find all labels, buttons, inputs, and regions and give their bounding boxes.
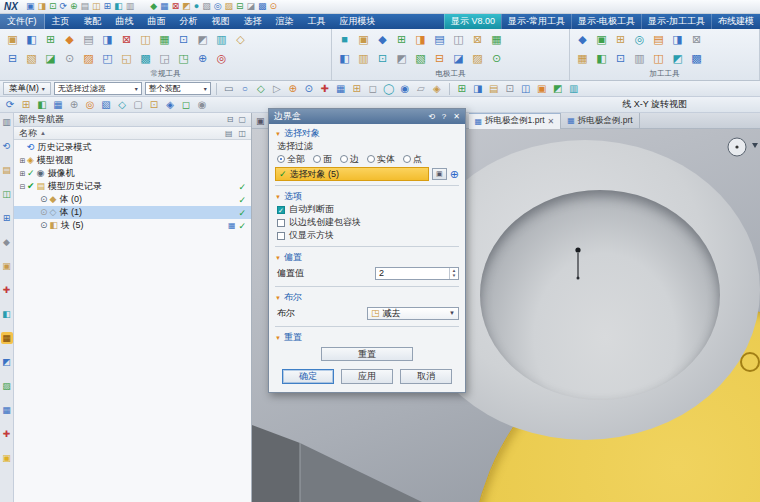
resource-bar-icon[interactable]: ◧ — [1, 308, 13, 320]
toolbar-icon[interactable]: ▦ — [51, 100, 65, 110]
ribbon-icon[interactable]: ▨ — [469, 50, 486, 67]
ribbon-icon[interactable]: ◱ — [118, 50, 135, 67]
navigator-column-header[interactable]: 名称 ▲ ▤◫ — [14, 127, 251, 140]
titlebar-icon[interactable]: ◪ — [247, 2, 256, 11]
toolbar-icon[interactable]: ▦ — [334, 84, 348, 94]
ribbon-icon[interactable]: ⊠ — [469, 31, 486, 48]
selection-scope-combo[interactable]: 整个装配 — [145, 82, 211, 95]
filter-option[interactable]: 面 — [313, 153, 332, 166]
titlebar-icon[interactable]: ▧ — [202, 2, 211, 11]
close-icon[interactable]: ✕ — [453, 112, 460, 121]
titlebar-icon[interactable]: ▦ — [160, 2, 169, 11]
ribbon-icon[interactable]: ◆ — [374, 31, 391, 48]
menu-file-button[interactable]: 文件(F) — [0, 14, 45, 29]
titlebar-icon[interactable]: ⊟ — [236, 2, 244, 11]
ribbon-icon[interactable]: ◪ — [42, 50, 59, 67]
toolbar-icon[interactable]: ◎ — [83, 100, 97, 110]
ribbon-icon[interactable]: ◩ — [393, 50, 410, 67]
point-dialog-icon[interactable]: ⊕ — [450, 169, 459, 180]
toolbar-icon[interactable]: ▷ — [270, 84, 284, 94]
navigator-header-icon[interactable]: ⊟ — [227, 115, 234, 124]
ribbon-icon[interactable]: ⊠ — [688, 31, 705, 48]
ribbon-icon[interactable]: ◫ — [650, 50, 667, 67]
toolbar-icon[interactable]: ◩ — [551, 84, 565, 94]
titlebar-icon[interactable]: ⊡ — [49, 2, 57, 11]
ribbon-icon[interactable]: ◩ — [669, 50, 686, 67]
filter-option[interactable]: 实体 — [367, 153, 395, 166]
toolbar-icon[interactable]: ▭ — [222, 84, 236, 94]
ribbon-icon[interactable]: ▦ — [156, 31, 173, 48]
resource-bar-icon[interactable]: ▣ — [1, 452, 13, 464]
ribbon-icon[interactable]: ▥ — [213, 31, 230, 48]
menu-tab[interactable]: 工具 — [301, 14, 333, 29]
resource-bar-icon[interactable]: ⊞ — [1, 212, 13, 224]
part-tab[interactable]: ▦ 拆电极盒例1.prt ✕ — [469, 113, 562, 129]
boolean-dropdown[interactable]: ◳ 减去 ▼ — [367, 307, 459, 320]
menu-tab[interactable]: 曲线 — [109, 14, 141, 29]
toolbar-icon[interactable]: ◧ — [35, 100, 49, 110]
ribbon-icon[interactable]: ⊠ — [118, 31, 135, 48]
ribbon-icon[interactable]: ◇ — [232, 31, 249, 48]
ribbon-icon[interactable]: ▩ — [137, 50, 154, 67]
toolbar-icon[interactable]: ✚ — [318, 84, 332, 94]
column-icon[interactable]: ▤ — [225, 129, 233, 138]
resource-bar-icon[interactable]: ◩ — [1, 356, 13, 368]
ribbon-icon[interactable]: ▤ — [80, 31, 97, 48]
titlebar-icon[interactable]: ◧ — [114, 2, 123, 11]
tree-row[interactable]: ⊞ ✓ ◉ 摄像机 — [14, 167, 251, 180]
ribbon-icon[interactable]: ◆ — [574, 31, 591, 48]
menu-tab[interactable]: 渲染 — [269, 14, 301, 29]
ribbon-icon[interactable]: ⊙ — [488, 50, 505, 67]
menu-tab[interactable]: 装配 — [77, 14, 109, 29]
resource-bar-icon[interactable]: ◫ — [1, 188, 13, 200]
titlebar-icon[interactable]: ▤ — [81, 2, 90, 11]
filter-option[interactable]: 点 — [403, 153, 422, 166]
help-icon[interactable]: ? — [442, 112, 446, 121]
ribbon-icon[interactable]: ▧ — [23, 50, 40, 67]
toolbar-icon[interactable]: ▤ — [487, 84, 501, 94]
toolbar-icon[interactable]: ⊕ — [286, 84, 300, 94]
ribbon-icon[interactable]: ◨ — [99, 31, 116, 48]
ribbon-icon[interactable]: ▩ — [688, 50, 705, 67]
tool-tab[interactable]: 显示 V8.00 — [444, 14, 501, 29]
ribbon-icon[interactable]: ◨ — [412, 31, 429, 48]
titlebar-icon[interactable]: ▥ — [126, 2, 135, 11]
ribbon-icon[interactable]: ⊡ — [612, 50, 629, 67]
section-boolean[interactable]: ▼ 布尔 — [275, 291, 459, 304]
menu-tab[interactable]: 主页 — [45, 14, 77, 29]
toolbar-icon[interactable]: ○ — [238, 84, 252, 94]
titlebar-icon[interactable]: ● — [194, 2, 199, 11]
tool-tab[interactable]: 显示-电极工具 — [571, 14, 641, 29]
resource-bar-icon[interactable]: ▤ — [1, 164, 13, 176]
ribbon-icon[interactable]: ⊞ — [612, 31, 629, 48]
resource-bar-icon[interactable]: ◆ — [1, 236, 13, 248]
reset-button[interactable]: 重置 — [321, 347, 413, 361]
selected-objects-field[interactable]: ✓ 选择对象 (5) — [275, 167, 429, 181]
filter-option[interactable]: 边 — [340, 153, 359, 166]
ribbon-icon[interactable]: ◰ — [99, 50, 116, 67]
resource-bar-icon[interactable]: ▣ — [1, 260, 13, 272]
titlebar-icon[interactable]: ⊙ — [270, 2, 278, 11]
ribbon-icon[interactable]: ▣ — [593, 31, 610, 48]
toolbar-icon[interactable]: ⊙ — [302, 84, 316, 94]
offset-value-input[interactable]: 2 ▲▼ — [375, 267, 459, 280]
option-checkbox[interactable]: 以边线创建包容块 — [275, 216, 459, 229]
filter-option[interactable]: 全部 — [277, 153, 305, 166]
resource-bar-icon[interactable]: ▦ — [1, 332, 13, 344]
tool-tab[interactable]: 布线建模 — [711, 14, 760, 29]
dark-block-face-left[interactable] — [252, 425, 300, 502]
ribbon-icon[interactable]: ⊕ — [194, 50, 211, 67]
resource-bar-icon[interactable]: ✚ — [1, 428, 13, 440]
titlebar-icon[interactable]: ◨ — [37, 2, 46, 11]
ribbon-icon[interactable]: ■ — [336, 31, 353, 48]
ribbon-icon[interactable]: ◩ — [194, 31, 211, 48]
ribbon-icon[interactable]: ◧ — [23, 31, 40, 48]
ribbon-icon[interactable]: ▣ — [355, 31, 372, 48]
section-select-object[interactable]: ▼ 选择对象 — [275, 127, 459, 140]
close-icon[interactable]: ✕ — [548, 117, 555, 126]
tree-row[interactable]: ⟲ 历史记录模式 — [14, 141, 251, 154]
tool-tab[interactable]: 显示-常用工具 — [501, 14, 571, 29]
resource-bar-icon[interactable]: ▦ — [1, 404, 13, 416]
tree-row[interactable]: ⊙ ◆ 体 (0) ✓ — [14, 193, 251, 206]
tree-row[interactable]: ⊙ ◇ 体 (1) ✓ — [14, 206, 251, 219]
